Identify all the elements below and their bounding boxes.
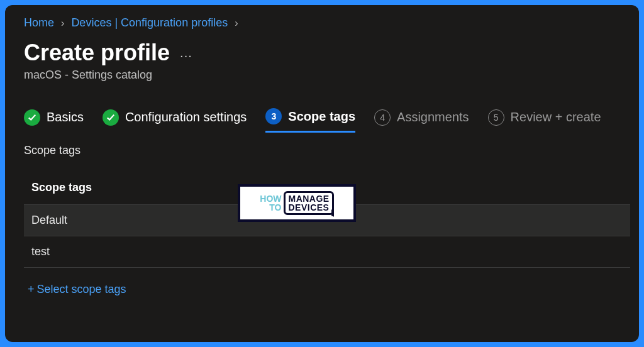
step-config-settings[interactable]: Configuration settings: [103, 109, 247, 126]
more-actions-button[interactable]: ...: [180, 46, 192, 60]
step-review-create[interactable]: 5 Review + create: [488, 109, 601, 126]
title-row: Create profile ...: [24, 40, 630, 66]
step-number-badge: 4: [374, 109, 391, 126]
chevron-right-icon: ›: [61, 18, 64, 28]
page-title: Create profile: [24, 40, 170, 66]
plus-icon: +: [28, 283, 35, 296]
step-label: Configuration settings: [125, 110, 247, 124]
breadcrumb: Home › Devices | Configuration profiles …: [24, 16, 630, 30]
table-header: Scope tags: [24, 171, 630, 205]
page-subtitle: macOS - Settings catalog: [24, 69, 630, 82]
step-scope-tags[interactable]: 3 Scope tags: [265, 108, 355, 133]
chevron-right-icon: ›: [235, 18, 238, 28]
step-number-badge: 3: [265, 108, 282, 124]
select-scope-tags-label: Select scope tags: [37, 283, 126, 296]
step-basics[interactable]: Basics: [24, 109, 84, 126]
table-row[interactable]: test: [24, 236, 630, 268]
step-label: Assignments: [397, 110, 469, 124]
check-icon: [24, 109, 40, 126]
section-label: Scope tags: [24, 144, 630, 157]
scope-tags-table: Scope tags Default test: [24, 171, 630, 268]
step-label: Scope tags: [288, 109, 355, 124]
breadcrumb-devices-config[interactable]: Devices | Configuration profiles: [71, 16, 228, 29]
step-label: Review + create: [511, 110, 601, 124]
step-label: Basics: [47, 110, 84, 124]
wizard-steps: Basics Configuration settings 3 Scope ta…: [24, 108, 630, 126]
breadcrumb-home[interactable]: Home: [24, 16, 54, 29]
select-scope-tags-link[interactable]: + Select scope tags: [24, 282, 630, 297]
check-icon: [103, 109, 119, 126]
page-frame: Home › Devices | Configuration profiles …: [5, 5, 639, 342]
step-number-badge: 5: [488, 109, 504, 126]
table-row[interactable]: Default: [24, 205, 630, 236]
step-assignments[interactable]: 4 Assignments: [374, 109, 469, 126]
